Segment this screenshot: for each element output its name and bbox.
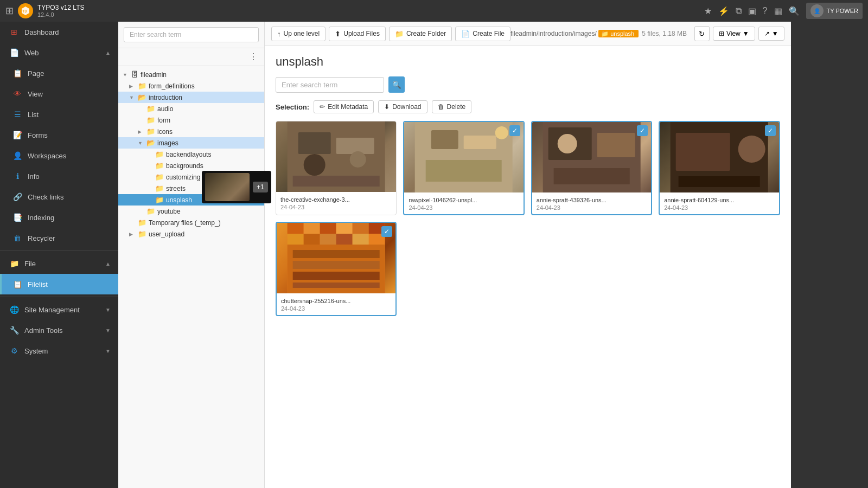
tree-search-input[interactable] bbox=[124, 27, 259, 42]
copy-icon[interactable]: ⧉ bbox=[736, 6, 742, 16]
image-card-3[interactable]: ✓ annie-spratt-439326-uns... 24-04-23 bbox=[531, 121, 652, 215]
nav-divider-2 bbox=[0, 297, 118, 297]
nav-item-view[interactable]: 👁 View bbox=[0, 84, 118, 104]
content-search-input[interactable] bbox=[276, 77, 384, 93]
tree-node-introduction[interactable]: ▼ 📂 introduction bbox=[118, 92, 264, 103]
main-toolbar-right: fileadmin/introduction/images/ 📁 unsplas… bbox=[510, 26, 784, 41]
svg-point-6 bbox=[350, 151, 366, 168]
search-icon[interactable]: 🔍 bbox=[789, 6, 800, 16]
tree-node-form-definitions[interactable]: ▶ 📁 form_definitions bbox=[118, 80, 264, 92]
share-button[interactable]: ↗ ▼ bbox=[758, 27, 784, 41]
streets-arrow bbox=[146, 186, 153, 191]
check-overlay-3: ✓ bbox=[637, 125, 648, 136]
tree-node-form[interactable]: 📁 form bbox=[118, 114, 264, 126]
nav-item-system[interactable]: ⚙ System ▼ bbox=[0, 341, 118, 361]
selection-label: Selection: bbox=[276, 103, 309, 111]
nav-item-workspaces[interactable]: 👤 Workspaces bbox=[0, 145, 118, 166]
tree-node-backendlayouts[interactable]: 📁 backendlayouts bbox=[118, 149, 264, 160]
image-date-1: 24-04-23 bbox=[280, 204, 392, 210]
recycler-icon: 🗑 bbox=[12, 233, 22, 243]
check-overlay-4: ✓ bbox=[765, 125, 776, 136]
nav-item-admintools[interactable]: 🔧 Admin Tools ▼ bbox=[0, 320, 118, 341]
main-content: ↑ Up one level ⬆ Upload Files 📁 Create F… bbox=[265, 22, 791, 488]
svg-rect-37 bbox=[293, 272, 380, 280]
fileadmin-arrow: ▼ bbox=[123, 72, 129, 78]
image-date-2: 24-04-23 bbox=[409, 204, 519, 211]
nav-item-dashboard[interactable]: ⊞ Dashboard bbox=[0, 22, 118, 42]
app-version: 12.4.0 bbox=[37, 11, 84, 18]
content-search: 🔍 bbox=[276, 76, 780, 93]
refresh-button[interactable]: ↻ bbox=[694, 26, 710, 41]
tree-node-fileadmin[interactable]: ▼ 🗄 fileadmin bbox=[118, 69, 264, 80]
tree-node-user-upload[interactable]: ▶ 📁 user_upload bbox=[118, 228, 264, 240]
nav-item-indexing[interactable]: 📑 Indexing bbox=[0, 207, 118, 228]
audio-arrow bbox=[138, 106, 144, 112]
tree-node-icons[interactable]: ▶ 📁 icons bbox=[118, 126, 264, 137]
nav-label-dashboard: Dashboard bbox=[24, 28, 111, 36]
image-card-2[interactable]: ✓ rawpixel-1046262-unspl... 24-04-23 bbox=[403, 121, 524, 215]
download-button[interactable]: ⬇ Download bbox=[378, 100, 427, 113]
tree-node-images[interactable]: ▼ 📂 images bbox=[118, 137, 264, 149]
image-card-4[interactable]: ✓ annie-spratt-604129-uns... 24-04-23 bbox=[659, 121, 780, 215]
images-arrow: ▼ bbox=[138, 140, 144, 146]
create-file-button[interactable]: 📄 Create File bbox=[455, 27, 510, 41]
image-card-1[interactable]: the-creative-exchange-3... 24-04-23 bbox=[276, 121, 397, 215]
icons-folder-icon: 📁 bbox=[146, 127, 155, 136]
nav-item-page[interactable]: 📋 Page bbox=[0, 63, 118, 84]
image-thumb-5: ✓ bbox=[277, 223, 395, 293]
tree-node-youtube[interactable]: 📁 youtube bbox=[118, 206, 264, 217]
backgrounds-arrow bbox=[146, 163, 153, 169]
nav-item-file[interactable]: 📁 File ▲ bbox=[0, 253, 118, 274]
create-folder-button[interactable]: 📁 Create Folder bbox=[389, 27, 452, 41]
download-icon: ⬇ bbox=[384, 103, 390, 111]
left-nav: ⊞ Dashboard 📄 Web ▲ 📋 Page 👁 View ☰ List… bbox=[0, 22, 118, 488]
table-icon[interactable]: ▦ bbox=[774, 6, 782, 16]
tree-label-backgrounds: backgrounds bbox=[166, 162, 260, 170]
help-icon[interactable]: ? bbox=[763, 6, 768, 16]
image-card-5[interactable]: ✓ chuttersnap-255216-uns... 24-04-23 bbox=[276, 222, 397, 316]
edit-metadata-button[interactable]: ✏ Edit Metadata bbox=[314, 100, 374, 113]
image-info-2: rawpixel-1046262-unspl... 24-04-23 bbox=[404, 192, 523, 214]
tree-label-user-upload: user_upload bbox=[149, 230, 260, 238]
monitor-icon[interactable]: ▣ bbox=[748, 6, 756, 16]
view-label: View bbox=[726, 30, 741, 37]
nav-item-sitemanagement[interactable]: 🌐 Site Management ▼ bbox=[0, 299, 118, 320]
nav-item-filelist[interactable]: 📋 Filelist bbox=[0, 274, 118, 294]
tree-label-introduction: introduction bbox=[149, 94, 260, 101]
view-button[interactable]: ⊞ View ▼ bbox=[713, 27, 755, 41]
tree-node-backgrounds[interactable]: 📁 backgrounds bbox=[118, 160, 264, 171]
nav-item-forms[interactable]: 📝 Forms bbox=[0, 125, 118, 145]
up-level-icon: ↑ bbox=[277, 30, 281, 38]
bolt-icon[interactable]: ⚡ bbox=[718, 6, 729, 16]
svg-rect-21 bbox=[679, 176, 760, 187]
up-level-button[interactable]: ↑ Up one level bbox=[271, 27, 326, 41]
tree-node-temp[interactable]: 📁 Temporary files (_temp_) bbox=[118, 217, 264, 228]
nav-item-info[interactable]: ℹ Info bbox=[0, 166, 118, 187]
sitemanagement-expand-icon: ▼ bbox=[105, 307, 111, 313]
edit-metadata-label: Edit Metadata bbox=[328, 103, 368, 111]
tree-menu-button[interactable]: ⋮ bbox=[247, 50, 260, 63]
tree-node-audio[interactable]: 📁 audio bbox=[118, 103, 264, 114]
nav-item-recycler[interactable]: 🗑 Recycler bbox=[0, 228, 118, 248]
sitemanagement-icon: 🌐 bbox=[9, 305, 19, 314]
nav-label-recycler: Recycler bbox=[28, 234, 111, 242]
audio-folder-icon: 📁 bbox=[146, 105, 155, 113]
svg-rect-31 bbox=[320, 234, 336, 245]
topbar: ⊞ T3 TYPO3 v12 LTS 12.4.0 ★ ⚡ ⧉ ▣ ? ▦ 🔍 … bbox=[0, 0, 868, 22]
upload-files-button[interactable]: ⬆ Upload Files bbox=[329, 27, 386, 41]
nav-item-checklinks[interactable]: 🔗 Check links bbox=[0, 187, 118, 207]
nav-item-list[interactable]: ☰ List bbox=[0, 104, 118, 125]
create-file-icon: 📄 bbox=[461, 30, 470, 38]
tree-label-form: form bbox=[157, 117, 260, 124]
nav-label-workspaces: Workspaces bbox=[28, 152, 111, 160]
delete-button[interactable]: 🗑 Delete bbox=[432, 100, 472, 113]
content-search-button[interactable]: 🔍 bbox=[388, 76, 405, 93]
breadcrumb-path: fileadmin/introduction/images/ bbox=[510, 30, 597, 37]
grid-menu-icon[interactable]: ⊞ bbox=[5, 5, 14, 17]
user-menu[interactable]: 👤 TY POWER bbox=[806, 3, 863, 19]
layout: ⊞ Dashboard 📄 Web ▲ 📋 Page 👁 View ☰ List… bbox=[0, 22, 791, 488]
nav-item-web[interactable]: 📄 Web ▲ bbox=[0, 42, 118, 63]
star-icon[interactable]: ★ bbox=[704, 6, 712, 16]
svg-rect-38 bbox=[293, 282, 380, 288]
indexing-icon: 📑 bbox=[12, 213, 22, 222]
